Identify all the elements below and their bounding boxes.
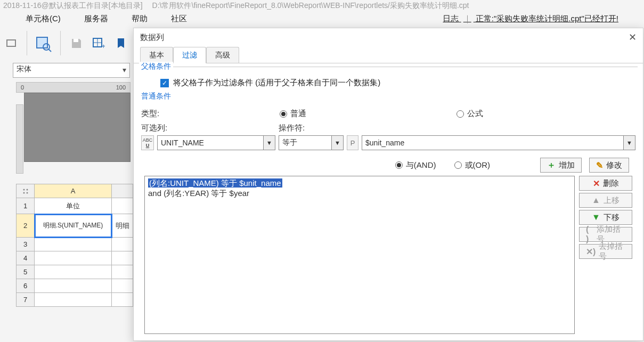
horizontal-ruler: 0 100 [16, 82, 131, 93]
paren-add-icon: ( ) [586, 225, 593, 244]
radio-on-icon [395, 161, 403, 169]
parent-group-title: 父格条件 [139, 62, 173, 71]
type-formula-radio[interactable]: 公式 [456, 109, 483, 119]
row-head-3[interactable]: 3 [17, 238, 35, 251]
toolbar-divider [27, 31, 27, 55]
save-icon[interactable] [67, 34, 85, 52]
move-up-button[interactable]: ▲上移 [579, 193, 632, 208]
menu-help[interactable]: 帮助 [132, 14, 148, 24]
up-label: 上移 [604, 196, 619, 206]
cell-A7[interactable] [35, 293, 112, 307]
value-input-text: $unit_name [365, 139, 404, 147]
operator-select[interactable]: 等于 ▼ [279, 135, 344, 150]
svg-rect-1 [37, 37, 47, 48]
menu-community[interactable]: 社区 [171, 14, 187, 24]
value-input[interactable]: $unit_name ▼ [362, 135, 635, 150]
cell-A3[interactable] [35, 238, 112, 251]
svg-text:+: + [102, 43, 105, 49]
col-head-B-partial[interactable] [112, 184, 133, 198]
chevron-down-icon: ▼ [623, 136, 635, 150]
type-label: 类型: [141, 109, 274, 119]
plus-icon: ＋ [547, 160, 556, 171]
condition-row-selected[interactable]: (列名:UNIT_NAME) 等于 $unit_name [148, 178, 282, 188]
operator-select-value: 等于 [282, 138, 297, 148]
param-type-button[interactable]: P [347, 135, 358, 150]
chevron-down-icon: ▼ [263, 136, 275, 150]
svg-rect-4 [74, 39, 78, 42]
grid-corner[interactable] [17, 184, 35, 198]
toolbar-divider-2 [60, 31, 61, 55]
radio-off-icon [456, 110, 464, 118]
or-radio[interactable]: 或(OR) [454, 160, 491, 170]
row-head-5[interactable]: 5 [17, 265, 35, 279]
column-select[interactable]: UNIT_NAME ▼ [157, 135, 275, 150]
and-label: 与(AND) [406, 160, 436, 170]
row-head-1[interactable]: 1 [17, 198, 35, 214]
cell-B2-partial[interactable]: 明细 [112, 214, 133, 238]
modify-button[interactable]: ✎修改 [589, 158, 629, 173]
tab-advanced[interactable]: 高级 [206, 47, 239, 63]
and-radio[interactable]: 与(AND) [395, 160, 436, 170]
font-family-select[interactable]: 宋体 [13, 63, 130, 78]
add-paren-button[interactable]: ( )添加括号 [579, 227, 632, 242]
cell-B1-partial[interactable] [112, 198, 133, 214]
delete-button[interactable]: ✕删除 [579, 176, 632, 191]
window-title-path: D:\常用软件\fineReport\FineReport_8.0\WebRep… [152, 1, 469, 11]
arrow-down-icon: ▼ [592, 213, 600, 222]
type-formula-label: 公式 [467, 109, 483, 119]
svg-point-12 [26, 192, 28, 193]
font-family-value: 宋体 [17, 64, 31, 73]
edit-icon: ✎ [596, 160, 603, 170]
type-normal-label: 普通 [290, 109, 306, 119]
remove-paren-button[interactable]: ✕)去掉括号 [579, 244, 632, 259]
parent-filter-checkbox[interactable]: ✓ 将父格子作为过滤条件 (适用于父子格来自于同一个数据集) [160, 78, 616, 88]
cell-B3[interactable] [112, 238, 133, 251]
log-sep: ｜ [463, 14, 471, 23]
add-label: 增加 [559, 160, 575, 170]
cell-B6[interactable] [112, 279, 133, 293]
tab-filter[interactable]: 过滤 [173, 47, 206, 63]
cell-A1[interactable]: 单位 [35, 198, 112, 214]
cell-A4[interactable] [35, 251, 112, 265]
menu-server[interactable]: 服务器 [84, 14, 108, 24]
remove-paren-label: 去掉括号 [599, 241, 625, 262]
spreadsheet-grid[interactable]: A 1 单位 2 明细.S(UNIT_NAME) 明细 3 4 5 6 7 [16, 184, 133, 307]
preview-icon[interactable] [34, 33, 54, 53]
row-head-6[interactable]: 6 [17, 279, 35, 293]
row-head-2[interactable]: 2 [17, 214, 35, 238]
toolbar-icon-1[interactable] [2, 34, 20, 52]
row-head-7[interactable]: 7 [17, 293, 35, 307]
col-head-A[interactable]: A [35, 184, 112, 198]
move-down-button[interactable]: ▼下移 [579, 210, 632, 225]
condition-row-2[interactable]: and (列名:YEAR) 等于 $year [148, 189, 571, 199]
svg-point-11 [23, 192, 25, 193]
type-normal-radio[interactable]: 普通 [280, 109, 306, 119]
page-margin-block [24, 93, 131, 162]
menu-cell[interactable]: 单元格(C) [26, 14, 61, 24]
cell-A6[interactable] [35, 279, 112, 293]
close-icon[interactable]: ✕ [629, 31, 637, 43]
cell-B4[interactable] [112, 251, 133, 265]
svg-point-9 [23, 189, 25, 190]
cell-A5[interactable] [35, 265, 112, 279]
ruler-start: 0 [21, 84, 24, 91]
log-message: 正常:"采购失败率统计明细.cpt"已经打开! [476, 14, 618, 23]
cell-A2-selected[interactable]: 明细.S(UNIT_NAME) [35, 214, 112, 238]
bookmark-icon[interactable] [112, 34, 130, 52]
arrow-up-icon: ▲ [592, 196, 600, 205]
down-label: 下移 [604, 213, 619, 223]
abc-toggle-icon[interactable]: ABCU [141, 135, 154, 150]
insert-grid-icon[interactable]: + [89, 34, 108, 52]
condition-list[interactable]: (列名:UNIT_NAME) 等于 $unit_name and (列名:YEA… [144, 176, 575, 334]
radio-off-icon [454, 161, 462, 169]
tab-basic[interactable]: 基本 [140, 47, 173, 63]
log-link[interactable]: 日志 [443, 14, 459, 23]
checkmark-icon: ✓ [160, 79, 169, 87]
row-head-4[interactable]: 4 [17, 251, 35, 265]
cell-B7[interactable] [112, 293, 133, 307]
cell-B5[interactable] [112, 265, 133, 279]
svg-line-3 [48, 49, 51, 52]
svg-point-10 [26, 189, 28, 190]
add-button[interactable]: ＋增加 [540, 158, 582, 173]
column-header-label: 可选列: [141, 123, 279, 133]
